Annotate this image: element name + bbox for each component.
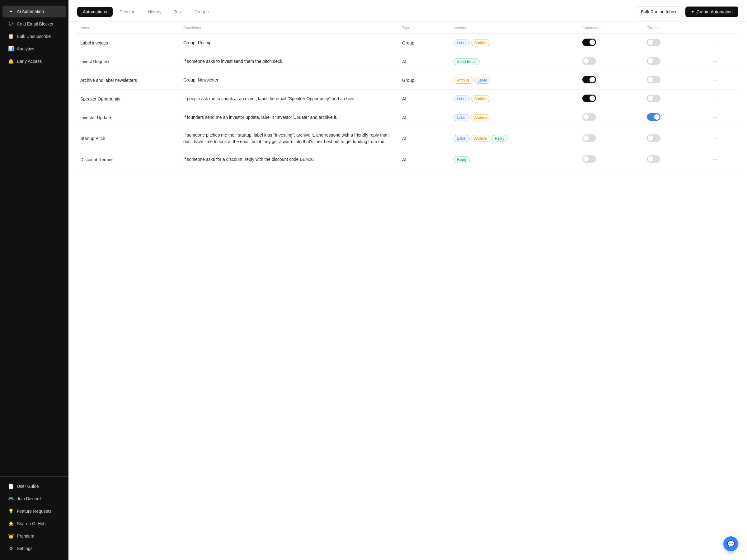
tab-groups[interactable]: Groups bbox=[189, 7, 214, 17]
threads-toggle-0[interactable] bbox=[647, 38, 661, 46]
more-button-4[interactable]: ··· bbox=[711, 113, 720, 122]
sidebar-label-star-github: Star on GitHub bbox=[17, 521, 46, 526]
sidebar-label-bulk-unsubscribe: Bulk Unsubscribe bbox=[17, 34, 51, 39]
sidebar-bottom: 📄User Guide🎮Join Discord💡Feature Request… bbox=[0, 476, 69, 555]
sidebar-label-cold-email-blocker: Cold Email Blocker bbox=[17, 22, 54, 26]
premium-icon: 👑 bbox=[8, 533, 14, 539]
badge-reply-6: Reply bbox=[454, 156, 470, 163]
automations-table-container: Name Conditions Type Actions Automated T… bbox=[69, 22, 747, 560]
row-more-0: ··· bbox=[708, 34, 738, 52]
more-button-6[interactable]: ··· bbox=[711, 155, 720, 164]
row-threads-1 bbox=[644, 52, 708, 71]
create-automation-button[interactable]: ✦ Create Automation bbox=[686, 6, 738, 17]
automated-toggle-6[interactable] bbox=[582, 155, 596, 163]
user-guide-icon: 📄 bbox=[8, 483, 14, 489]
automated-toggle-0[interactable] bbox=[582, 38, 596, 46]
col-header-automated: Automated bbox=[579, 22, 644, 34]
table-row: Archive and label newslettersGroup: News… bbox=[77, 71, 738, 89]
badge-archive-0: Archive bbox=[471, 39, 490, 46]
sidebar-item-early-access[interactable]: 🔔Early Access bbox=[2, 55, 66, 67]
automated-toggle-3[interactable] bbox=[582, 95, 596, 102]
sidebar-item-star-github[interactable]: ⭐Star on GitHub bbox=[2, 518, 66, 530]
row-conditions-1: If someone asks to invest send them the … bbox=[180, 52, 399, 71]
chat-bubble-button[interactable]: 💬 bbox=[723, 536, 738, 551]
row-more-6: ··· bbox=[708, 150, 738, 169]
row-type-1: AI bbox=[399, 52, 450, 71]
threads-toggle-1[interactable] bbox=[647, 57, 661, 65]
early-access-icon: 🔔 bbox=[8, 58, 14, 64]
sidebar-item-bulk-unsubscribe[interactable]: 📋Bulk Unsubscribe bbox=[2, 30, 66, 42]
tab-history[interactable]: History bbox=[142, 7, 167, 17]
tab-test[interactable]: Test bbox=[169, 7, 188, 17]
table-row: Startup PitchIf someone pitches me their… bbox=[77, 127, 738, 150]
threads-toggle-4[interactable] bbox=[647, 113, 661, 121]
sidebar-label-join-discord: Join Discord bbox=[17, 496, 41, 501]
row-threads-6 bbox=[644, 150, 708, 169]
table-header-row: Name Conditions Type Actions Automated T… bbox=[77, 22, 738, 34]
automated-toggle-5[interactable] bbox=[582, 134, 596, 142]
badge-label-5: Label bbox=[454, 135, 469, 142]
badge-archive-4: Archive bbox=[471, 114, 490, 121]
row-more-1: ··· bbox=[708, 52, 738, 71]
more-button-0[interactable]: ··· bbox=[711, 38, 720, 47]
automated-toggle-1[interactable] bbox=[582, 57, 596, 65]
sidebar-item-feature-requests[interactable]: 💡Feature Requests bbox=[2, 505, 66, 517]
analytics-icon: 📊 bbox=[8, 46, 14, 52]
col-header-type: Type bbox=[399, 22, 450, 34]
threads-toggle-3[interactable] bbox=[647, 95, 661, 102]
automated-toggle-4[interactable] bbox=[582, 113, 596, 121]
badge-send-email-1: Send Email bbox=[454, 58, 479, 65]
row-actions-2: ArchiveLabel bbox=[450, 71, 579, 89]
col-header-threads: Threads bbox=[644, 22, 708, 34]
row-conditions-5: If someone pitches me their startup, lab… bbox=[180, 127, 399, 150]
row-conditions-6: If someone asks for a discount, reply wi… bbox=[180, 150, 399, 169]
more-button-2[interactable]: ··· bbox=[711, 76, 720, 84]
table-row: Label invoicesGroup: ReceiptGroupLabelAr… bbox=[77, 34, 738, 52]
sidebar-label-settings: Settings bbox=[17, 546, 33, 551]
sidebar-label-feature-requests: Feature Requests bbox=[17, 509, 51, 514]
sidebar-item-analytics[interactable]: 📊Analytics bbox=[2, 43, 66, 55]
row-actions-5: LabelArchiveReply bbox=[450, 127, 579, 150]
bulk-run-button[interactable]: Bulk Run on Inbox bbox=[635, 6, 682, 18]
automated-toggle-2[interactable] bbox=[582, 76, 596, 83]
more-button-5[interactable]: ··· bbox=[711, 134, 720, 143]
table-row: Speaker OpportunityIf people ask me to s… bbox=[77, 89, 738, 108]
row-automated-6 bbox=[579, 150, 644, 169]
automations-table: Name Conditions Type Actions Automated T… bbox=[77, 22, 738, 169]
badge-reply-5: Reply bbox=[491, 135, 508, 142]
more-button-3[interactable]: ··· bbox=[711, 94, 720, 103]
row-name-6: Discount Request bbox=[77, 150, 180, 169]
row-automated-3 bbox=[579, 89, 644, 108]
table-row: Invest RequestIf someone asks to invest … bbox=[77, 52, 738, 71]
row-actions-4: LabelArchive bbox=[450, 108, 579, 127]
tab-pending[interactable]: Pending bbox=[114, 7, 141, 17]
row-type-0: Group bbox=[399, 34, 450, 52]
sidebar-item-premium[interactable]: 👑Premium bbox=[2, 530, 66, 542]
more-button-1[interactable]: ··· bbox=[711, 57, 720, 65]
row-conditions-4: If founders send me an investor update, … bbox=[180, 108, 399, 127]
row-actions-6: Reply bbox=[450, 150, 579, 169]
sidebar-label-analytics: Analytics bbox=[17, 46, 34, 51]
star-github-icon: ⭐ bbox=[8, 521, 14, 526]
badge-archive-3: Archive bbox=[471, 96, 490, 102]
threads-toggle-2[interactable] bbox=[647, 76, 661, 83]
sidebar-item-ai-automation[interactable]: ✦AI Automation bbox=[2, 6, 66, 18]
threads-toggle-5[interactable] bbox=[647, 134, 661, 142]
row-more-5: ··· bbox=[708, 127, 738, 150]
sidebar-item-join-discord[interactable]: 🎮Join Discord bbox=[2, 493, 66, 505]
row-more-4: ··· bbox=[708, 108, 738, 127]
sidebar-label-user-guide: User Guide bbox=[17, 484, 39, 489]
sidebar-item-settings[interactable]: ⚙Settings bbox=[2, 542, 66, 554]
sidebar-item-cold-email-blocker[interactable]: 🛡Cold Email Blocker bbox=[2, 18, 66, 30]
row-name-2: Archive and label newsletters bbox=[77, 71, 180, 89]
row-conditions-3: If people ask me to speak at an event, l… bbox=[180, 89, 399, 108]
threads-toggle-6[interactable] bbox=[647, 155, 661, 163]
table-row: Investor UpdateIf founders send me an in… bbox=[77, 108, 738, 127]
sidebar-label-premium: Premium bbox=[17, 534, 34, 538]
sidebar-nav: ✦AI Automation🛡Cold Email Blocker📋Bulk U… bbox=[0, 5, 69, 473]
tab-automations[interactable]: Automations bbox=[77, 7, 113, 17]
row-automated-2 bbox=[579, 71, 644, 89]
sidebar-item-user-guide[interactable]: 📄User Guide bbox=[2, 480, 66, 492]
cold-email-blocker-icon: 🛡 bbox=[8, 21, 14, 27]
chat-icon: 💬 bbox=[727, 540, 735, 548]
